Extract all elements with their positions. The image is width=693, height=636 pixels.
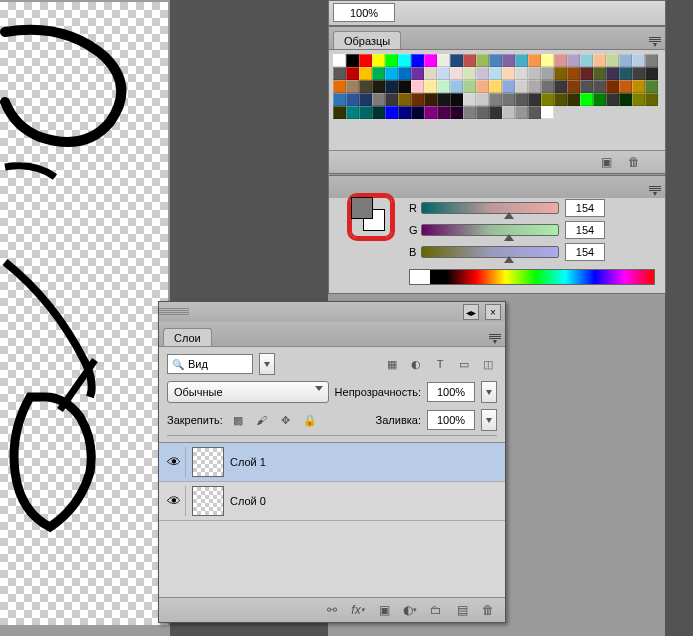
color-swatch[interactable] xyxy=(606,93,619,106)
color-swatch[interactable] xyxy=(476,54,489,67)
color-swatch[interactable] xyxy=(489,54,502,67)
filter-type-icon[interactable]: T xyxy=(431,355,449,373)
layer-name-label[interactable]: Слой 1 xyxy=(230,456,266,468)
color-swatch[interactable] xyxy=(372,93,385,106)
color-swatch[interactable] xyxy=(515,106,528,119)
color-swatch[interactable] xyxy=(359,80,372,93)
r-value-input[interactable]: 154 xyxy=(565,199,605,217)
color-swatch[interactable] xyxy=(619,54,632,67)
color-swatch[interactable] xyxy=(463,106,476,119)
filter-pixel-icon[interactable]: ▦ xyxy=(383,355,401,373)
new-layer-icon[interactable]: ▤ xyxy=(455,603,469,617)
color-swatch[interactable] xyxy=(372,80,385,93)
color-swatch[interactable] xyxy=(515,80,528,93)
color-swatch[interactable] xyxy=(528,67,541,80)
layer-row[interactable]: 👁Слой 1 xyxy=(159,443,505,482)
color-swatch[interactable] xyxy=(398,54,411,67)
color-swatch[interactable] xyxy=(619,67,632,80)
foreground-color-swatch[interactable] xyxy=(351,197,373,219)
new-swatch-icon[interactable]: ▣ xyxy=(599,155,613,169)
color-swatch[interactable] xyxy=(502,93,515,106)
g-slider[interactable] xyxy=(421,224,559,236)
color-swatch[interactable] xyxy=(424,80,437,93)
color-swatch[interactable] xyxy=(593,67,606,80)
color-swatch[interactable] xyxy=(580,67,593,80)
color-swatch[interactable] xyxy=(424,93,437,106)
color-swatch[interactable] xyxy=(632,80,645,93)
lock-pixels-icon[interactable]: 🖌 xyxy=(253,411,271,429)
color-swatch[interactable] xyxy=(606,67,619,80)
color-swatch[interactable] xyxy=(489,67,502,80)
drag-handle-icon[interactable] xyxy=(159,308,189,316)
color-swatch[interactable] xyxy=(476,93,489,106)
color-swatch[interactable] xyxy=(541,80,554,93)
lock-all-icon[interactable]: 🔒 xyxy=(301,411,319,429)
color-swatch[interactable] xyxy=(528,80,541,93)
color-swatch[interactable] xyxy=(567,67,580,80)
color-swatch[interactable] xyxy=(515,93,528,106)
color-swatch[interactable] xyxy=(489,106,502,119)
color-swatch[interactable] xyxy=(541,54,554,67)
layer-name-label[interactable]: Слой 0 xyxy=(230,495,266,507)
fill-dropdown[interactable] xyxy=(481,409,497,431)
color-swatch[interactable] xyxy=(645,67,658,80)
color-swatch[interactable] xyxy=(567,80,580,93)
color-swatch[interactable] xyxy=(333,54,346,67)
color-swatch[interactable] xyxy=(580,54,593,67)
filter-adjustment-icon[interactable]: ◐ xyxy=(407,355,425,373)
panel-menu-button[interactable]: ▾ xyxy=(487,332,503,346)
color-swatch[interactable] xyxy=(476,80,489,93)
color-swatch[interactable] xyxy=(554,80,567,93)
color-swatch[interactable] xyxy=(346,106,359,119)
color-swatch[interactable] xyxy=(411,80,424,93)
color-swatch[interactable] xyxy=(372,54,385,67)
new-group-icon[interactable]: 🗀 xyxy=(429,603,443,617)
r-slider[interactable] xyxy=(421,202,559,214)
color-swatch[interactable] xyxy=(398,106,411,119)
color-swatch[interactable] xyxy=(385,80,398,93)
trash-icon[interactable]: 🗑 xyxy=(481,603,495,617)
tab-layers[interactable]: Слои xyxy=(163,328,212,346)
color-swatch[interactable] xyxy=(515,67,528,80)
color-swatch[interactable] xyxy=(502,80,515,93)
color-swatch[interactable] xyxy=(489,80,502,93)
color-swatch[interactable] xyxy=(450,93,463,106)
trash-icon[interactable]: 🗑 xyxy=(627,155,641,169)
color-swatch[interactable] xyxy=(580,80,593,93)
color-swatch[interactable] xyxy=(450,106,463,119)
link-layers-icon[interactable]: ⚯ xyxy=(325,603,339,617)
color-swatch[interactable] xyxy=(411,93,424,106)
color-swatch[interactable] xyxy=(528,93,541,106)
color-swatch[interactable] xyxy=(333,93,346,106)
visibility-toggle-icon[interactable]: 👁 xyxy=(163,447,186,477)
color-swatch[interactable] xyxy=(398,67,411,80)
color-swatch[interactable] xyxy=(632,67,645,80)
color-swatch[interactable] xyxy=(463,54,476,67)
color-swatch[interactable] xyxy=(502,54,515,67)
layer-row[interactable]: 👁Слой 0 xyxy=(159,482,505,521)
color-swatch[interactable] xyxy=(541,93,554,106)
color-swatch[interactable] xyxy=(450,80,463,93)
b-slider[interactable] xyxy=(421,246,559,258)
color-swatch[interactable] xyxy=(333,67,346,80)
color-swatch[interactable] xyxy=(502,67,515,80)
color-swatch[interactable] xyxy=(372,106,385,119)
color-swatch[interactable] xyxy=(437,67,450,80)
color-swatch[interactable] xyxy=(333,80,346,93)
filter-kind-dropdown[interactable] xyxy=(259,353,275,375)
color-swatch[interactable] xyxy=(580,93,593,106)
layer-list[interactable]: 👁Слой 1👁Слой 0 xyxy=(159,442,505,601)
color-swatch[interactable] xyxy=(346,67,359,80)
color-swatch[interactable] xyxy=(385,54,398,67)
color-swatch[interactable] xyxy=(385,67,398,80)
color-swatch[interactable] xyxy=(424,54,437,67)
zoom-level-input[interactable]: 100% xyxy=(333,3,395,22)
fill-input[interactable]: 100% xyxy=(427,410,475,430)
color-swatch[interactable] xyxy=(424,106,437,119)
color-swatch[interactable] xyxy=(346,93,359,106)
canvas[interactable] xyxy=(0,2,168,625)
lock-transparency-icon[interactable]: ▩ xyxy=(229,411,247,429)
color-swatch[interactable] xyxy=(619,93,632,106)
color-swatch[interactable] xyxy=(645,80,658,93)
swatch-grid[interactable] xyxy=(329,50,665,119)
